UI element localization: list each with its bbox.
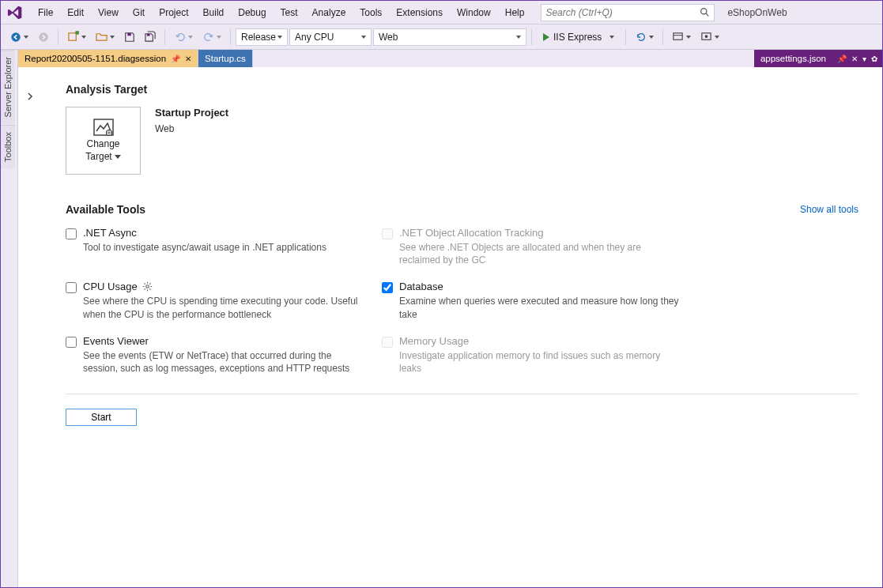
menu-debug[interactable]: Debug — [231, 3, 273, 22]
database-title: Database — [399, 281, 682, 292]
net-async-title: .NET Async — [83, 227, 326, 239]
solution-name: eShopOnWeb — [727, 7, 787, 18]
svg-point-10 — [705, 35, 708, 38]
back-button[interactable] — [6, 28, 32, 47]
tool-net-alloc: .NET Object Allocation Tracking See wher… — [382, 227, 682, 266]
startup-project-label: Startup Project — [155, 107, 228, 119]
left-tool-dock: Server Explorer Toolbox — [1, 50, 18, 587]
svg-point-13 — [145, 285, 149, 288]
menu-window[interactable]: Window — [450, 3, 498, 22]
browser-refresh-button[interactable] — [631, 28, 658, 47]
tool-database: Database Examine when queries were execu… — [382, 281, 682, 320]
platform-combo[interactable]: Any CPU — [289, 28, 372, 46]
expand-chevron-button[interactable] — [25, 91, 36, 102]
net-async-checkbox[interactable] — [66, 228, 77, 239]
tool-cpu-usage: CPU Usage See where the CPU is spending … — [66, 281, 366, 320]
divider — [66, 394, 858, 394]
change-target-button[interactable]: Change Target — [66, 107, 141, 175]
database-desc: Examine when queries were executed and m… — [399, 295, 682, 320]
menu-test[interactable]: Test — [274, 3, 305, 22]
menu-git[interactable]: Git — [126, 3, 152, 22]
tab-startup-cs[interactable]: Startup.cs — [198, 50, 253, 67]
search-icon — [700, 7, 710, 17]
start-button[interactable]: Start — [66, 409, 137, 426]
database-checkbox[interactable] — [382, 282, 393, 293]
memory-usage-checkbox — [382, 337, 393, 348]
cpu-usage-checkbox[interactable] — [66, 282, 77, 293]
menu-tools[interactable]: Tools — [353, 3, 389, 22]
events-viewer-title: Events Viewer — [83, 335, 366, 347]
menu-help[interactable]: Help — [498, 3, 532, 22]
separator — [662, 29, 663, 45]
quick-launch-search[interactable] — [541, 4, 715, 21]
tab-diagsession[interactable]: Report20200505-1151.diagsession 📌 ✕ — [18, 50, 198, 67]
document-area: Analysis Target Change Target Startup Pr… — [18, 67, 882, 587]
separator — [531, 29, 532, 45]
svg-rect-5 — [127, 32, 130, 36]
vs-logo-icon — [4, 2, 26, 24]
separator — [58, 29, 58, 45]
live-share-button[interactable] — [696, 28, 723, 47]
events-viewer-desc: See the events (ETW or NetTrace) that oc… — [83, 349, 366, 375]
svg-line-1 — [707, 13, 709, 16]
events-viewer-checkbox[interactable] — [66, 337, 77, 348]
pin-icon[interactable]: 📌 — [171, 55, 180, 63]
save-all-button[interactable] — [141, 28, 160, 47]
menu-analyze[interactable]: Analyze — [305, 3, 353, 22]
startup-project-combo[interactable]: Web — [373, 28, 526, 46]
separator — [625, 29, 626, 45]
menu-build[interactable]: Build — [196, 3, 232, 22]
undo-button[interactable] — [170, 28, 197, 47]
standard-toolbar: Release Any CPU Web IIS Express — [1, 24, 882, 50]
document-tab-well: Report20200505-1151.diagsession 📌 ✕ Star… — [18, 50, 882, 67]
close-icon[interactable]: ✕ — [185, 55, 191, 63]
net-alloc-title: .NET Object Allocation Tracking — [399, 227, 682, 239]
toolbox-tab[interactable]: Toolbox — [1, 125, 15, 168]
gear-icon[interactable] — [142, 281, 153, 292]
browser-link-button[interactable] — [668, 28, 695, 47]
open-file-button[interactable] — [92, 28, 119, 47]
svg-point-3 — [39, 32, 47, 41]
show-all-tools-link[interactable]: Show all tools — [800, 204, 858, 215]
gear-icon[interactable]: ✿ — [871, 55, 877, 63]
cpu-usage-title: CPU Usage — [83, 281, 366, 292]
menu-project[interactable]: Project — [152, 3, 195, 22]
menu-edit[interactable]: Edit — [60, 3, 91, 22]
net-async-desc: Tool to investigate async/await usage in… — [83, 241, 326, 254]
memory-usage-title: Memory Usage — [399, 335, 682, 347]
net-alloc-desc: See where .NET Objects are allocated and… — [399, 241, 682, 266]
svg-rect-7 — [674, 33, 682, 40]
close-preview-icon[interactable]: ✕ — [851, 55, 858, 63]
separator — [230, 29, 231, 45]
play-icon — [543, 33, 549, 41]
menu-view[interactable]: View — [91, 3, 126, 22]
separator — [164, 29, 165, 45]
configuration-combo[interactable]: Release — [236, 28, 288, 46]
tool-net-async: .NET Async Tool to investigate async/awa… — [66, 227, 366, 266]
tab-overflow-icon[interactable]: ▾ — [862, 55, 866, 63]
tool-events-viewer: Events Viewer See the events (ETW or Net… — [66, 335, 366, 375]
net-alloc-checkbox — [382, 228, 393, 239]
cpu-usage-desc: See where the CPU is spending time execu… — [83, 295, 366, 320]
svg-point-2 — [11, 32, 20, 41]
server-explorer-tab[interactable]: Server Explorer — [1, 50, 15, 123]
forward-button[interactable] — [34, 28, 53, 47]
search-input[interactable] — [545, 7, 700, 18]
target-picture-icon — [92, 118, 115, 137]
menu-bar: File Edit View Git Project Build Debug T… — [1, 1, 882, 24]
tab-appsettings-preview[interactable]: appsettings.json — [754, 54, 832, 63]
save-button[interactable] — [120, 28, 139, 47]
collapse-panel — [18, 67, 42, 587]
tool-memory-usage: Memory Usage Investigate application mem… — [382, 335, 682, 375]
menu-extensions[interactable]: Extensions — [389, 3, 450, 22]
svg-point-0 — [701, 9, 707, 14]
startup-project-value: Web — [155, 123, 228, 134]
promote-tab-icon[interactable]: 📌 — [837, 55, 847, 63]
svg-rect-4 — [69, 33, 76, 40]
analysis-target-heading: Analysis Target — [66, 83, 858, 96]
start-debugging-button[interactable]: IIS Express — [537, 28, 621, 46]
menu-file[interactable]: File — [31, 3, 60, 22]
svg-rect-6 — [146, 34, 149, 36]
new-project-button[interactable] — [63, 28, 90, 47]
redo-button[interactable] — [198, 28, 225, 47]
